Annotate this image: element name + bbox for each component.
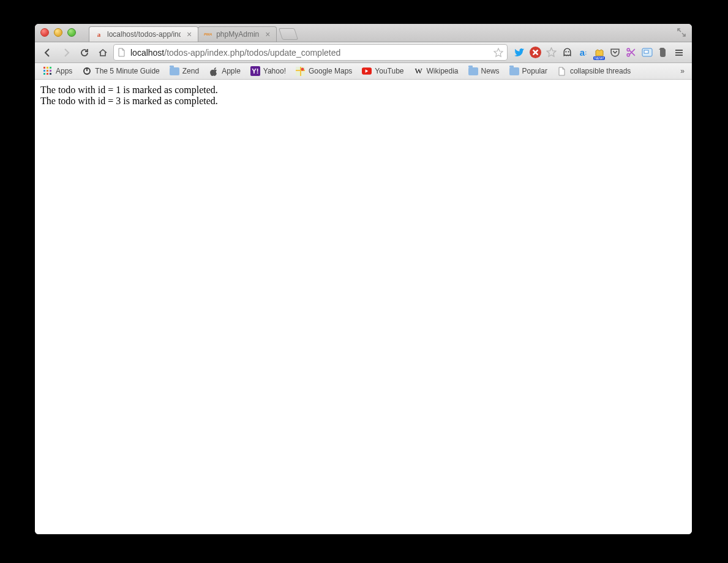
svg-rect-8: [50, 67, 51, 69]
bookmark-label: News: [481, 67, 500, 75]
bookmark-collapsible[interactable]: collapsible threads: [553, 64, 635, 78]
extensions: a: NEW!: [514, 47, 669, 58]
new-tab-button[interactable]: [279, 28, 298, 40]
apple-icon: [209, 66, 219, 76]
bookmarks-bar: Apps The 5 Minute Guide Zend Apple Y! Ya…: [35, 63, 692, 80]
svg-point-17: [301, 67, 304, 70]
svg-rect-14: [50, 73, 51, 75]
svg-rect-7: [47, 67, 48, 69]
bookmark-label: Zend: [182, 67, 199, 75]
pocket-icon[interactable]: [609, 47, 621, 58]
svg-rect-11: [50, 70, 51, 72]
address-bar[interactable]: localhost/todos-app/index.php/todos/upda…: [113, 44, 508, 61]
svg-rect-5: [644, 50, 648, 53]
svg-rect-12: [43, 73, 45, 75]
bookmark-apple[interactable]: Apple: [205, 64, 245, 78]
url-path: /todos-app/index.php/todos/update_comple…: [164, 48, 340, 58]
back-button[interactable]: [40, 45, 56, 60]
bookmark-yahoo[interactable]: Y! Yahoo!: [246, 64, 290, 78]
bookmark-zend[interactable]: Zend: [165, 64, 203, 78]
close-tab-icon[interactable]: ×: [187, 30, 192, 39]
ghostery-icon[interactable]: [561, 47, 573, 58]
page-icon: [557, 66, 567, 76]
evernote-icon[interactable]: [657, 47, 669, 58]
bookmark-label: Popular: [522, 67, 547, 75]
tab-phpmyadmin[interactable]: PMA phpMyAdmin ×: [198, 26, 277, 42]
url-text: localhost/todos-app/index.php/todos/upda…: [130, 48, 490, 58]
folder-icon: [509, 66, 519, 76]
browser-window: a localhost/todos-app/index × PMA phpMyA…: [35, 24, 692, 534]
bookmark-gmaps[interactable]: Google Maps: [291, 64, 356, 78]
bookmarks-overflow-button[interactable]: »: [677, 63, 688, 79]
bookmark-label: Yahoo!: [263, 67, 286, 75]
twitter-icon[interactable]: [514, 47, 525, 58]
power-icon: [82, 66, 92, 76]
svg-point-0: [565, 51, 566, 52]
gmaps-icon: [296, 66, 306, 76]
bookmark-5minute[interactable]: The 5 Minute Guide: [78, 64, 163, 78]
svg-point-2: [627, 48, 629, 51]
bookmark-label: Wikipedia: [427, 67, 459, 75]
adblock-icon[interactable]: [530, 47, 541, 58]
forward-button[interactable]: [58, 45, 74, 60]
close-window-button[interactable]: [40, 28, 49, 37]
window-controls: [40, 28, 76, 37]
folder-icon: [170, 66, 179, 76]
bookmark-apps[interactable]: Apps: [39, 64, 77, 78]
url-host: localhost: [130, 48, 164, 58]
bookmark-label: collapsible threads: [570, 67, 631, 75]
bookmark-popular[interactable]: Popular: [505, 64, 552, 78]
youtube-icon: [362, 66, 372, 76]
bookmark-label: The 5 Minute Guide: [95, 67, 159, 75]
reload-button[interactable]: [77, 45, 92, 60]
scissors-icon[interactable]: [625, 47, 637, 58]
star-outline-icon[interactable]: [546, 47, 557, 58]
svg-point-3: [627, 54, 629, 56]
tab-favicon: PMA: [203, 30, 212, 39]
bookmark-youtube[interactable]: YouTube: [358, 64, 408, 78]
output-line: The todo with id = 1 is marked as comple…: [40, 85, 686, 96]
toolbar: localhost/todos-app/index.php/todos/upda…: [35, 42, 692, 63]
svg-point-1: [568, 51, 569, 52]
svg-rect-9: [43, 70, 45, 72]
svg-rect-10: [47, 70, 48, 72]
bookmark-label: YouTube: [375, 67, 403, 75]
svg-rect-6: [43, 67, 45, 69]
yahoo-icon: Y!: [250, 66, 260, 76]
bookmark-star-icon[interactable]: [493, 48, 503, 58]
bookmark-label: Apple: [222, 67, 241, 75]
tab-title: localhost/todos-app/index: [107, 30, 181, 39]
enter-fullscreen-icon[interactable]: [677, 28, 686, 37]
bookmark-label: Apps: [56, 67, 72, 75]
bookmark-wikipedia[interactable]: W Wikipedia: [410, 64, 463, 78]
close-tab-icon[interactable]: ×: [265, 30, 270, 39]
bookmark-label: Google Maps: [309, 67, 352, 75]
apps-icon: [43, 66, 53, 76]
minimize-window-button[interactable]: [54, 28, 62, 37]
alexa-icon[interactable]: a:: [577, 47, 589, 58]
tab-favicon: a: [94, 30, 103, 39]
tab-title: phpMyAdmin: [216, 30, 259, 39]
bookmark-news[interactable]: News: [464, 64, 504, 78]
folder-icon: [468, 66, 478, 76]
svg-rect-13: [47, 73, 48, 75]
page-content: The todo with id = 1 is marked as comple…: [35, 80, 692, 534]
screenshot-icon[interactable]: [641, 47, 653, 58]
new-badge-icon[interactable]: NEW!: [593, 47, 605, 58]
tab-strip: a localhost/todos-app/index × PMA phpMyA…: [35, 24, 692, 42]
zoom-window-button[interactable]: [67, 28, 76, 37]
tabs: a localhost/todos-app/index × PMA phpMyA…: [89, 24, 296, 42]
output-line: The todo with id = 3 is marked as comple…: [40, 96, 686, 107]
tab-localhost-todos[interactable]: a localhost/todos-app/index ×: [89, 26, 198, 42]
menu-button[interactable]: [671, 45, 687, 60]
page-icon: [118, 48, 127, 57]
home-button[interactable]: [95, 45, 111, 60]
wikipedia-icon: W: [414, 66, 424, 76]
